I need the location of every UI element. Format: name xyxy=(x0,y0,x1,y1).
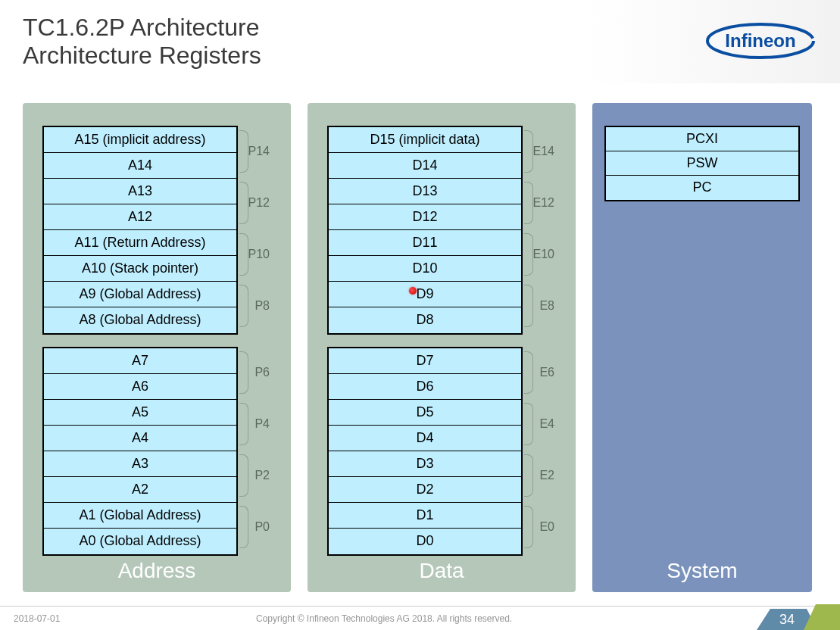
register-cell: A8 (Global Address) xyxy=(44,307,236,333)
pair-label: P12 xyxy=(238,177,271,229)
register-cell: PC xyxy=(606,176,798,200)
pair-label-column: E14 E12 E10 E8 xyxy=(523,126,556,335)
pair-label: P6 xyxy=(238,347,271,398)
register-cell: A4 xyxy=(44,426,236,451)
pair-label: P4 xyxy=(238,398,271,450)
register-cell: A9 (Global Address) xyxy=(44,282,236,307)
slide-content: A15 (implicit address) A14 A13 A12 A11 (… xyxy=(0,83,840,592)
panel-data: D15 (implicit data) D14 D13 D12 D11 D10 … xyxy=(308,103,576,592)
register-cell: D0 xyxy=(329,529,521,554)
register-cell: A15 (implicit address) xyxy=(44,127,236,153)
register-cell: D3 xyxy=(329,451,521,477)
register-cell: PSW xyxy=(606,151,798,176)
pair-label: E2 xyxy=(523,450,556,501)
pair-label: P2 xyxy=(238,450,271,501)
register-cell: A12 xyxy=(44,204,236,230)
register-cell: D9 xyxy=(329,282,521,307)
register-cell: D4 xyxy=(329,426,521,451)
register-cell: D6 xyxy=(329,374,521,400)
address-lower-block: A7 A6 A5 A4 A3 A2 A1 (Global Address) A0… xyxy=(42,347,238,556)
register-cell: PCXI xyxy=(606,127,798,151)
slide-footer: 2018-07-01 Copyright © Infineon Technolo… xyxy=(0,606,840,630)
register-cell: D14 xyxy=(329,153,521,179)
register-cell: A5 xyxy=(44,400,236,426)
title-line-1: TC1.6.2P Architecture xyxy=(23,14,259,41)
page-number-badge: 34 xyxy=(757,604,840,630)
laser-pointer-icon xyxy=(409,287,417,295)
slide-title: TC1.6.2P Architecture Architecture Regis… xyxy=(23,14,817,70)
register-cell: A10 (Stack pointer) xyxy=(44,256,236,282)
register-cell: A11 (Return Address) xyxy=(44,230,236,256)
register-cell: D7 xyxy=(329,348,521,374)
pair-label: E12 xyxy=(523,177,556,229)
panel-title-data: Data xyxy=(419,559,464,583)
data-lower-block: D7 D6 D5 D4 D3 D2 D1 D0 xyxy=(327,347,523,556)
register-cell: A2 xyxy=(44,477,236,503)
register-cell: D11 xyxy=(329,230,521,256)
infineon-logo: Infineon xyxy=(704,21,817,64)
pair-label-column: P6 P4 P2 P0 xyxy=(238,347,271,556)
footer-date: 2018-07-01 xyxy=(14,613,256,624)
panel-title-system: System xyxy=(667,559,737,583)
register-cell: A0 (Global Address) xyxy=(44,529,236,554)
svg-text:34: 34 xyxy=(779,612,795,627)
pair-label: E14 xyxy=(523,126,556,177)
pair-label: E8 xyxy=(523,280,556,332)
register-cell: A1 (Global Address) xyxy=(44,503,236,529)
register-cell: A7 xyxy=(44,348,236,374)
register-cell: D12 xyxy=(329,204,521,230)
address-upper-block: A15 (implicit address) A14 A13 A12 A11 (… xyxy=(42,126,238,335)
pair-label: E4 xyxy=(523,398,556,450)
pair-label-column: P14 P12 P10 P8 xyxy=(238,126,271,335)
register-cell: A6 xyxy=(44,374,236,400)
panel-title-address: Address xyxy=(118,559,196,583)
pair-label-column: E6 E4 E2 E0 xyxy=(523,347,556,556)
pair-label: E0 xyxy=(523,501,556,553)
register-cell: D5 xyxy=(329,400,521,426)
register-cell: D15 (implicit data) xyxy=(329,127,521,153)
pair-label: E10 xyxy=(523,229,556,280)
panel-address: A15 (implicit address) A14 A13 A12 A11 (… xyxy=(23,103,291,592)
panel-system: PCXI PSW PC System xyxy=(592,103,812,592)
svg-text:Infineon: Infineon xyxy=(725,30,795,51)
pair-label: P10 xyxy=(238,229,271,280)
register-cell: D2 xyxy=(329,477,521,503)
slide-header: TC1.6.2P Architecture Architecture Regis… xyxy=(0,0,840,83)
register-cell: D8 xyxy=(329,307,521,333)
system-block: PCXI PSW PC xyxy=(604,126,800,201)
register-cell: A13 xyxy=(44,179,236,204)
footer-copyright: Copyright © Infineon Technologies AG 201… xyxy=(256,613,826,624)
pair-label: E6 xyxy=(523,347,556,398)
title-line-2: Architecture Registers xyxy=(23,42,261,69)
register-cell: D1 xyxy=(329,503,521,529)
pair-label: P14 xyxy=(238,126,271,177)
register-cell: A14 xyxy=(44,153,236,179)
register-cell: A3 xyxy=(44,451,236,477)
pair-label: P0 xyxy=(238,501,271,553)
data-upper-block: D15 (implicit data) D14 D13 D12 D11 D10 … xyxy=(327,126,523,335)
pair-label: P8 xyxy=(238,280,271,332)
register-cell: D10 xyxy=(329,256,521,282)
register-cell: D13 xyxy=(329,179,521,204)
